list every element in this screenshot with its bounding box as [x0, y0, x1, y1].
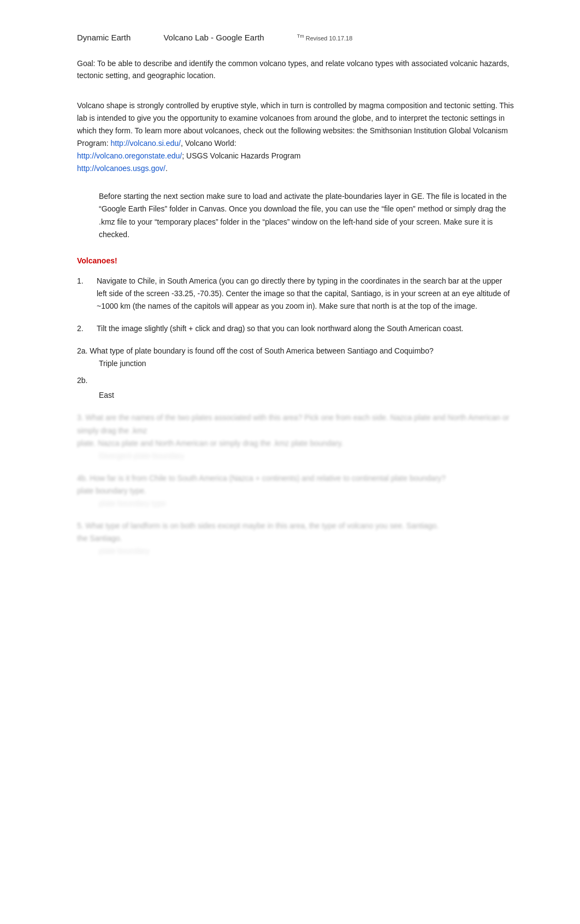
- intro-link1-suffix: , Volcano World:: [181, 139, 236, 148]
- list-number-1: 1.: [77, 275, 92, 313]
- question-2a-label: 2a. What type of plate boundary is found…: [77, 346, 434, 355]
- goal-text: To be able to describe and identify the …: [77, 59, 509, 80]
- volcanoes-heading: Volcanoes!: [77, 256, 514, 265]
- usgs-link[interactable]: http://volcanoes.usgs.gov/: [77, 164, 165, 173]
- answer-3: Divergent plate boundary: [99, 450, 514, 462]
- page-container: Dynamic Earth Volcano Lab - Google Earth…: [44, 0, 536, 611]
- list-content-1: Navigate to Chile, in South America (you…: [97, 275, 514, 313]
- question-5-label: 5. What type of landform is on both side…: [77, 520, 514, 532]
- question-3-label: 3. What are the names of the two plates …: [77, 411, 514, 437]
- list-content-2: Tilt the image slightly (shift + click a…: [97, 322, 514, 335]
- intro-section: Volcano shape is strongly controlled by …: [77, 99, 514, 175]
- question-3-blurred: 3. What are the names of the two plates …: [77, 411, 514, 462]
- question-5-label-line2: the Santiago.: [77, 532, 514, 545]
- goal-label: Goal:: [77, 59, 95, 68]
- list-item: 1. Navigate to Chile, in South America (…: [77, 275, 514, 313]
- oregonstate-link[interactable]: http://volcano.oregonstate.edu/: [77, 151, 182, 160]
- question-5-blurred: 5. What type of landform is on both side…: [77, 520, 514, 557]
- question-4-label: 4b. How far is it from Chile to South Am…: [77, 472, 514, 485]
- question-2b-label: 2b.: [77, 374, 514, 387]
- trademark-symbol: Tm: [297, 33, 304, 39]
- header-title: Dynamic Earth: [77, 33, 131, 42]
- indented-text: Before starting the next section make su…: [99, 192, 507, 238]
- list-number-2: 2.: [77, 322, 92, 335]
- indented-block: Before starting the next section make su…: [99, 190, 514, 240]
- question-2b: 2b. East: [77, 374, 514, 402]
- answer-5: plate boundary: [99, 545, 514, 557]
- intro-link2-suffix: ; USGS Volcanic Hazards Program: [182, 151, 300, 160]
- numbered-list: 1. Navigate to Chile, in South America (…: [77, 275, 514, 335]
- revised-text: Revised 10.17.18: [306, 35, 353, 42]
- header-subtitle: Volcano Lab - Google Earth: [163, 33, 264, 42]
- question-3-label-line2: plate. Nazca plate and North American or…: [77, 437, 514, 450]
- goal-section: Goal: To be able to describe and identif…: [77, 57, 514, 82]
- header-row: Dynamic Earth Volcano Lab - Google Earth…: [77, 33, 514, 42]
- intro-link3-suffix: .: [165, 164, 168, 173]
- header-trademark: Tm Revised 10.17.18: [297, 33, 353, 42]
- answer-2a: Triple junction: [99, 357, 514, 370]
- answer-4: plate boundary type: [99, 497, 514, 510]
- list-item: 2. Tilt the image slightly (shift + clic…: [77, 322, 514, 335]
- smithsonian-link[interactable]: http://volcano.si.edu/: [110, 139, 180, 148]
- question-4-blurred: 4b. How far is it from Chile to South Am…: [77, 472, 514, 510]
- answer-2b: East: [99, 389, 514, 402]
- question-2a: 2a. What type of plate boundary is found…: [77, 345, 514, 370]
- question-4-label-line2: plate boundary type.: [77, 485, 514, 497]
